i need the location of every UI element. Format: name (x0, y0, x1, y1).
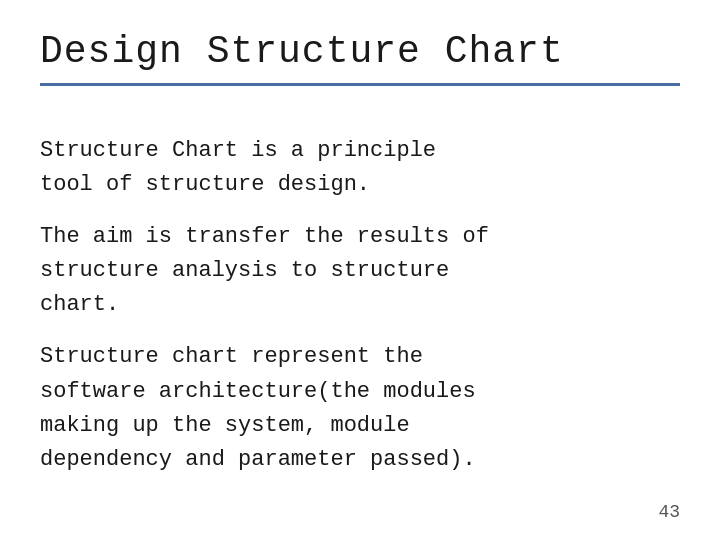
title-divider (40, 83, 680, 86)
slide-title: Design Structure Chart (40, 30, 680, 73)
page-number: 43 (658, 502, 680, 522)
paragraph-1: Structure Chart is a principle tool of s… (40, 134, 680, 202)
slide-content: Structure Chart is a principle tool of s… (40, 134, 680, 510)
paragraph-2: The aim is transfer the results of struc… (40, 220, 680, 322)
title-section: Design Structure Chart (40, 30, 680, 98)
slide: Design Structure Chart Structure Chart i… (0, 0, 720, 540)
paragraph-3: Structure chart represent the software a… (40, 340, 680, 476)
